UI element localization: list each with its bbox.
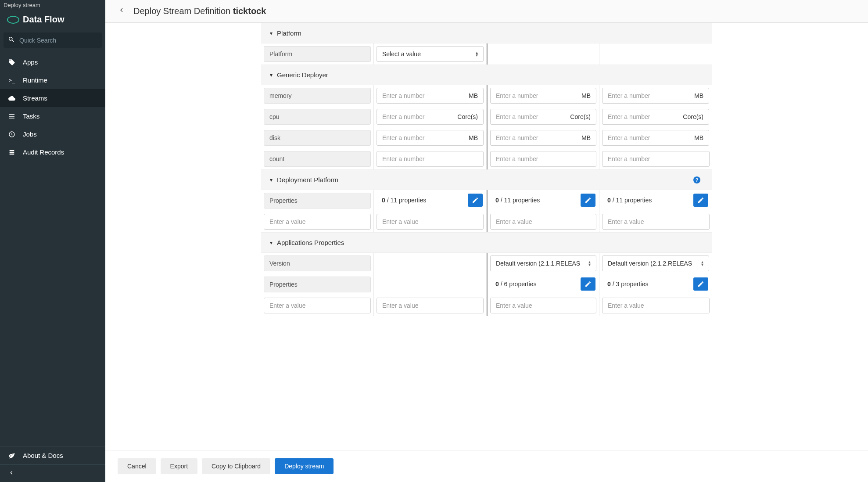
section-generic-deployer[interactable]: ▾ Generic Deployer: [261, 65, 712, 85]
export-button[interactable]: Export: [161, 458, 197, 474]
chevron-down-icon: ▾: [270, 30, 273, 36]
footer-actions: Cancel Export Copy to Clipboard Deploy s…: [105, 450, 868, 482]
cpu-input-1[interactable]: [377, 109, 452, 124]
deploy-stream-button[interactable]: Deploy stream: [275, 458, 334, 474]
properties-count-1: 0 / 11 properties: [377, 193, 431, 208]
nav-jobs-label: Jobs: [23, 130, 37, 138]
dep-value-input-0[interactable]: [264, 214, 370, 229]
chevron-left-icon: [8, 471, 15, 478]
updown-icon: ▴▾: [701, 261, 703, 266]
edit-app-properties-button-2[interactable]: [693, 277, 708, 291]
list-icon: [8, 113, 16, 120]
nav-tasks-label: Tasks: [23, 112, 39, 120]
records-icon: [8, 149, 16, 156]
nav-tasks[interactable]: Tasks: [0, 107, 105, 125]
cpu-input-3[interactable]: [603, 109, 678, 124]
edit-properties-button-3[interactable]: [693, 194, 708, 207]
memory-input-1[interactable]: [377, 88, 463, 103]
brand: Data Flow: [0, 10, 105, 30]
updown-icon: ▴▾: [476, 51, 478, 57]
page-title: Deploy Stream Definition ticktock: [133, 6, 266, 16]
properties-count-2: 0 / 11 properties: [490, 193, 545, 208]
quick-search[interactable]: [4, 32, 102, 48]
nav-audit-label: Audit Records: [23, 148, 64, 156]
sidebar: Deploy stream Data Flow Apps >_ Runtime …: [0, 0, 105, 482]
nav-streams-label: Streams: [23, 94, 47, 102]
tags-icon: [8, 59, 16, 66]
app-value-input-2[interactable]: [491, 298, 596, 313]
disk-input-1[interactable]: [377, 130, 463, 145]
label-version: Version: [264, 255, 371, 271]
main: Deploy Stream Definition ticktock ▾ Plat…: [105, 0, 868, 482]
nav-about[interactable]: About & Docs: [0, 446, 105, 464]
app-properties-count-1: 0 / 6 properties: [490, 277, 542, 291]
edit-properties-button-1[interactable]: [468, 194, 483, 207]
version-select-1[interactable]: Default version (2.1.1.RELEAS ▴▾: [490, 255, 596, 271]
leaf-icon: [8, 452, 16, 459]
brand-name: Data Flow: [23, 14, 64, 25]
back-button[interactable]: [118, 6, 126, 16]
memory-input-2[interactable]: [491, 88, 576, 103]
app-properties-count-2: 0 / 3 properties: [602, 277, 653, 291]
nav-runtime[interactable]: >_ Runtime: [0, 71, 105, 89]
count-input-3[interactable]: [603, 151, 709, 166]
label-memory: memory: [264, 88, 371, 104]
section-applications-properties[interactable]: ▾ Applications Properties: [261, 232, 712, 253]
logo-icon: [7, 16, 19, 24]
label-cpu: cpu: [264, 109, 371, 125]
platform-select[interactable]: Select a value ▴▾: [377, 46, 484, 62]
nav-jobs[interactable]: Jobs: [0, 125, 105, 143]
app-value-input-3[interactable]: [603, 298, 709, 313]
label-app-properties: Properties: [264, 277, 371, 292]
label-count: count: [264, 151, 371, 167]
search-icon: [8, 36, 15, 44]
help-icon[interactable]: ?: [693, 176, 700, 183]
label-platform: Platform: [264, 46, 371, 62]
app-value-input-1[interactable]: [377, 298, 483, 313]
terminal-icon: >_: [8, 77, 16, 83]
nav-streams[interactable]: Streams: [0, 89, 105, 107]
edit-properties-button-2[interactable]: [581, 194, 595, 207]
quick-search-input[interactable]: [19, 37, 97, 44]
window-tab-label: Deploy stream: [0, 0, 105, 10]
section-deployment-platform[interactable]: ▾ Deployment Platform ?: [261, 169, 712, 190]
updown-icon: ▴▾: [588, 261, 591, 266]
nav-about-label: About & Docs: [23, 452, 63, 459]
nav-runtime-label: Runtime: [23, 76, 47, 84]
properties-count-3: 0 / 11 properties: [602, 193, 657, 208]
section-platform[interactable]: ▾ Platform: [261, 23, 712, 43]
dep-value-input-1[interactable]: [377, 214, 483, 229]
label-disk: disk: [264, 130, 371, 146]
nav: Apps >_ Runtime Streams Tasks Jobs Audit…: [0, 53, 105, 446]
count-input-1[interactable]: [377, 151, 483, 166]
dep-value-input-3[interactable]: [603, 214, 709, 229]
nav-audit[interactable]: Audit Records: [0, 143, 105, 161]
chevron-down-icon: ▾: [270, 72, 273, 78]
nav-apps-label: Apps: [23, 58, 38, 66]
disk-input-3[interactable]: [603, 130, 689, 145]
count-input-2[interactable]: [491, 151, 596, 166]
dep-value-input-2[interactable]: [491, 214, 596, 229]
collapse-sidebar-button[interactable]: [0, 464, 105, 482]
chevron-down-icon: ▾: [270, 240, 273, 246]
chevron-down-icon: ▾: [270, 177, 273, 183]
cpu-input-2[interactable]: [491, 109, 565, 124]
clock-icon: [8, 131, 16, 138]
label-properties: Properties: [264, 193, 371, 209]
cancel-button[interactable]: Cancel: [118, 458, 156, 474]
app-value-input-0[interactable]: [264, 298, 370, 313]
nav-apps[interactable]: Apps: [0, 53, 105, 71]
memory-input-3[interactable]: [603, 88, 689, 103]
edit-app-properties-button-1[interactable]: [581, 277, 595, 291]
page-header: Deploy Stream Definition ticktock: [105, 0, 868, 23]
copy-clipboard-button[interactable]: Copy to Clipboard: [202, 458, 270, 474]
cloud-icon: [8, 95, 16, 102]
disk-input-2[interactable]: [491, 130, 576, 145]
version-select-2[interactable]: Default version (2.1.2.RELEAS ▴▾: [602, 255, 709, 271]
